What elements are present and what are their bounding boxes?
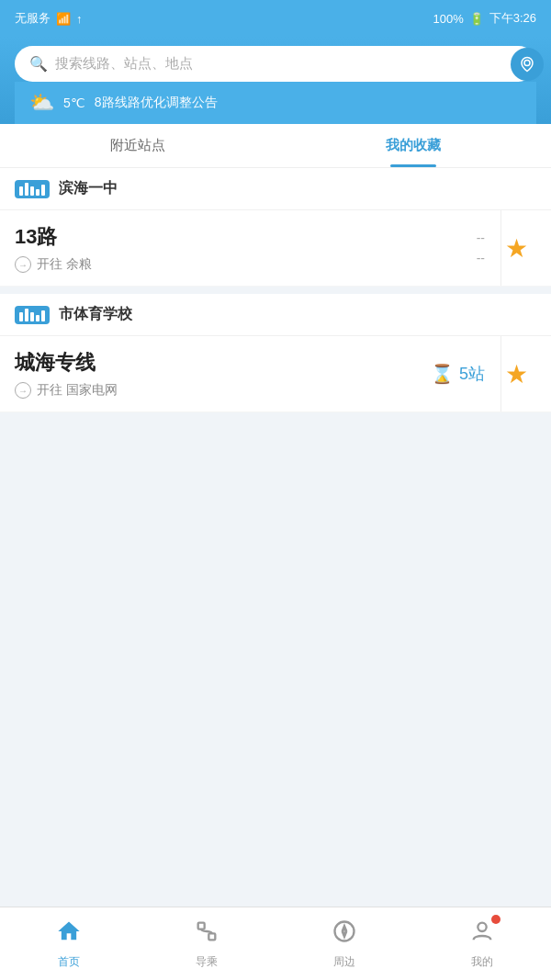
battery-text: 100% [433,12,463,26]
tab-nearby[interactable]: 附近站点 [0,124,276,167]
station-icon-1 [15,180,50,198]
status-right: 100% 🔋 下午3:26 [433,10,536,27]
tab-bar: 附近站点 我的收藏 [0,124,551,168]
nav-label-nearby: 周边 [333,954,355,970]
svg-marker-4 [343,926,347,931]
svg-point-0 [524,60,530,65]
direction-arrow-2: → [15,382,31,399]
nav-item-guide[interactable]: 导乘 [138,907,276,980]
bar5 [41,310,45,321]
station-header-1: 滨海一中 [0,168,551,210]
station-section-1: 滨海一中 13路 → 开往 余粮 -- -- ★ [0,168,551,287]
status-bar: 无服务 📶 ↑ 100% 🔋 下午3:26 [0,0,551,37]
home-icon [56,918,82,951]
route-name-1: 13路 [15,223,441,251]
station-name-2: 市体育学校 [59,305,132,324]
battery-icon: 🔋 [469,12,484,26]
route-status-1: -- -- [441,223,496,273]
favorite-button-2[interactable]: ★ [496,349,536,399]
bar1 [19,312,23,321]
nav-label-mine: 我的 [471,954,493,970]
bar2 [25,183,28,196]
favorite-button-1[interactable]: ★ [496,223,536,273]
nav-item-mine[interactable]: 我的 [413,907,551,980]
notification-badge [491,915,500,924]
direction-arrow-1: → [15,256,31,273]
signal-text: 无服务 [15,10,51,27]
status-bottom-1: -- [477,251,485,265]
weather-icon: ⛅ [29,91,54,115]
person-icon [469,918,495,951]
status-left: 无服务 📶 ↑ [15,10,83,27]
route-direction-1: → 开往 余粮 [15,256,441,273]
route-item-2: 城海专线 → 开往 国家电网 ⌛ 5站 ★ [0,336,551,412]
route-status-2: ⌛ 5站 [431,349,496,399]
search-bar[interactable]: 🔍 搜索线路、站点、地点 [15,46,536,82]
route-info-2: 城海专线 → 开往 国家电网 [15,349,431,399]
search-icon: 🔍 [29,55,48,73]
star-icon-2: ★ [505,359,528,389]
compass-icon [332,918,357,951]
notice-bar: ⛅ 5℃ 8路线路优化调整公告 [15,82,536,124]
station-section-2: 市体育学校 城海专线 → 开往 国家电网 ⌛ 5站 ★ [0,294,551,412]
route-info-1: 13路 → 开往 余粮 [15,223,441,273]
tab-favorites[interactable]: 我的收藏 [276,124,551,167]
app-header: 🔍 搜索线路、站点、地点 ⛅ 5℃ 8路线路优化调整公告 [0,37,551,124]
location-icon [519,56,535,73]
time-display: 下午3:26 [489,10,536,27]
divider-1 [500,210,501,286]
station-name-1: 滨海一中 [59,179,118,198]
station-header-2: 市体育学校 [0,294,551,336]
nav-label-home: 首页 [58,954,80,970]
bar4 [36,315,39,321]
notice-text: 8路线路优化调整公告 [95,95,522,111]
nav-item-home[interactable]: 首页 [0,907,138,980]
route-name-2: 城海专线 [15,349,431,377]
route-icon [194,918,219,951]
svg-rect-2 [208,933,215,940]
hourglass-icon: ⌛ [431,363,454,385]
svg-marker-5 [343,931,347,937]
bar1 [19,186,23,196]
nav-item-nearby[interactable]: 周边 [276,907,413,980]
route-item-1: 13路 → 开往 余粮 -- -- ★ [0,210,551,287]
bar3 [30,312,34,321]
empty-content-area [0,420,551,741]
bar4 [36,189,39,196]
search-placeholder: 搜索线路、站点、地点 [55,55,522,73]
data-icon: ↑ [76,12,83,26]
bar3 [30,186,34,196]
location-button[interactable] [511,48,544,81]
bar2 [25,309,28,321]
svg-point-6 [478,922,486,930]
nav-label-guide: 导乘 [196,954,218,970]
content-area: 滨海一中 13路 → 开往 余粮 -- -- ★ [0,168,551,741]
bar5 [41,185,45,196]
bottom-navigation: 首页 导乘 周边 [0,907,551,980]
divider-2 [500,336,501,411]
stops-info-2: ⌛ 5站 [431,363,485,385]
star-icon-1: ★ [505,233,528,264]
wifi-icon: 📶 [56,12,71,26]
station-icon-2 [15,306,50,324]
svg-rect-1 [198,922,205,929]
stops-count-2: 5站 [459,363,485,385]
temperature: 5℃ [63,96,85,110]
status-top-1: -- [477,231,485,245]
route-direction-2: → 开往 国家电网 [15,382,431,399]
